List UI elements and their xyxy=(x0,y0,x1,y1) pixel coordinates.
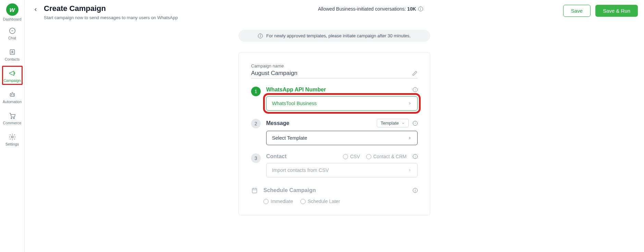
whatsapp-number-value: WhatsTool Business xyxy=(272,101,317,106)
campaign-name-label: Campaign name xyxy=(251,63,418,68)
campaign-name-field: Campaign name August Campaign xyxy=(251,63,418,78)
step-message: 2 Message Template i xyxy=(251,119,418,145)
radio-label: Schedule Later xyxy=(308,199,340,204)
schedule-options: Immediate Schedule Later xyxy=(263,199,418,204)
svg-point-3 xyxy=(12,51,13,52)
nav-item-automation[interactable]: Automation xyxy=(2,87,23,106)
header-center: Allowed Business-initiated conversations… xyxy=(181,6,560,12)
step-number-1: 1 xyxy=(251,87,261,96)
svg-rect-11 xyxy=(252,188,257,193)
nav-label: Commerce xyxy=(3,121,22,125)
step-whatsapp-number: 1 WhatsApp API Number i WhatsTool Busine… xyxy=(251,87,418,111)
radio-icon xyxy=(263,199,269,204)
svg-point-8 xyxy=(11,118,12,119)
import-placeholder: Import contacts from CSV xyxy=(272,167,329,173)
import-contacts-select[interactable]: Import contacts from CSV xyxy=(266,163,418,177)
contact-option-crm[interactable]: Contact & CRM xyxy=(366,154,407,159)
gear-icon xyxy=(9,133,16,141)
step-2-title: Message xyxy=(266,120,289,126)
radio-label: Contact & CRM xyxy=(373,154,407,159)
contact-option-csv[interactable]: CSV xyxy=(343,154,360,159)
message-type-select[interactable]: Template xyxy=(377,119,409,127)
info-banner: i For newly approved templates, please i… xyxy=(238,30,430,42)
info-icon[interactable]: i xyxy=(413,154,418,159)
banner-text: For newly approved templates, please ini… xyxy=(266,33,410,38)
schedule-title: Schedule Campaign xyxy=(263,187,316,193)
megaphone-icon xyxy=(9,70,16,77)
back-button[interactable] xyxy=(31,5,40,14)
radio-label: Immediate xyxy=(271,199,293,204)
calendar-icon xyxy=(251,187,258,194)
chevron-right-icon xyxy=(408,101,412,105)
nav-label: Automation xyxy=(3,100,22,104)
message-type-value: Template xyxy=(381,121,399,126)
allowed-prefix: Allowed Business-initiated conversations… xyxy=(318,6,407,12)
svg-point-5 xyxy=(11,94,12,95)
svg-point-10 xyxy=(11,136,13,138)
chevron-down-icon xyxy=(401,122,405,125)
robot-icon xyxy=(9,91,16,98)
content-area: i For newly approved templates, please i… xyxy=(25,23,644,222)
page-title: Create Campaign xyxy=(44,4,178,13)
step-1-title: WhatsApp API Number xyxy=(266,87,326,93)
step-number-2: 2 xyxy=(251,119,261,128)
radio-icon xyxy=(300,199,306,204)
cart-icon xyxy=(9,112,16,119)
brand-logo: w xyxy=(6,3,18,16)
svg-point-6 xyxy=(13,94,13,95)
title-block: Create Campaign Start campaign now to se… xyxy=(44,4,178,20)
save-button[interactable]: Save xyxy=(563,5,591,17)
step-number-3: 3 xyxy=(251,153,261,163)
info-icon[interactable]: i xyxy=(413,87,418,92)
sidebar: w Dashboard Chat Contacts Campaign Autom… xyxy=(0,0,25,252)
step-3-title: Contact xyxy=(266,153,287,160)
template-select[interactable]: Select Template xyxy=(266,131,418,145)
allowed-value: 10K xyxy=(407,6,416,12)
main-content: Create Campaign Start campaign now to se… xyxy=(25,0,644,252)
page-header: Create Campaign Start campaign now to se… xyxy=(25,0,644,23)
chat-icon xyxy=(9,27,16,35)
page-subtitle: Start campaign now to send messages to m… xyxy=(44,15,178,20)
nav-label: Settings xyxy=(5,142,19,146)
nav-label: Campaign xyxy=(3,78,21,83)
info-icon[interactable]: i xyxy=(413,188,418,193)
pencil-icon[interactable] xyxy=(412,71,418,76)
radio-label: CSV xyxy=(350,154,360,159)
nav-item-chat[interactable]: Chat xyxy=(2,23,23,42)
nav-item-campaign[interactable]: Campaign xyxy=(2,66,23,85)
nav-item-commerce[interactable]: Commerce xyxy=(2,108,23,127)
save-run-button[interactable]: Save & Run xyxy=(595,5,638,17)
schedule-option-immediate[interactable]: Immediate xyxy=(263,199,293,204)
step-contact: 3 Contact CSV Contact xyxy=(251,153,418,177)
nav-label: Chat xyxy=(8,36,16,40)
campaign-form-card: Campaign name August Campaign 1 WhatsApp… xyxy=(238,52,430,215)
chevron-right-icon xyxy=(408,168,412,172)
schedule-section: Schedule Campaign i xyxy=(251,187,418,194)
template-placeholder: Select Template xyxy=(272,135,307,141)
info-icon: i xyxy=(258,34,263,38)
header-actions: Save Save & Run xyxy=(563,5,638,17)
nav-item-contacts[interactable]: Contacts xyxy=(2,45,23,64)
svg-point-9 xyxy=(13,118,14,119)
nav-label-dashboard[interactable]: Dashboard xyxy=(3,17,22,21)
svg-rect-4 xyxy=(10,93,14,96)
schedule-option-later[interactable]: Schedule Later xyxy=(300,199,340,204)
radio-icon xyxy=(366,154,371,159)
campaign-name-value[interactable]: August Campaign xyxy=(251,70,412,77)
contacts-icon xyxy=(9,48,16,56)
allowed-conversations: Allowed Business-initiated conversations… xyxy=(318,6,416,12)
radio-icon xyxy=(343,154,348,159)
info-icon[interactable]: i xyxy=(418,7,423,11)
chevron-right-icon xyxy=(408,136,412,140)
info-icon[interactable]: i xyxy=(413,121,418,126)
nav-item-settings[interactable]: Settings xyxy=(2,129,23,149)
whatsapp-number-select[interactable]: WhatsTool Business xyxy=(266,96,418,111)
nav-label: Contacts xyxy=(5,57,20,61)
